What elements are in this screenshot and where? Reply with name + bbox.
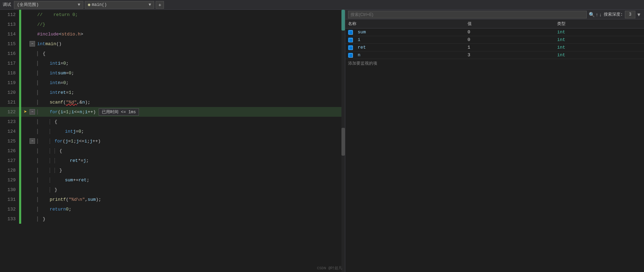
green-indicator <box>19 29 21 39</box>
scope-dropdown-icon[interactable]: ▼ <box>78 2 80 7</box>
timing-tooltip: 已用时间 <= 1ms <box>99 108 139 116</box>
fold-125[interactable]: − <box>30 138 35 144</box>
watch-table-header: 名称 值 类型 <box>345 19 644 28</box>
code-line-113: 113 //} <box>0 19 345 29</box>
var-icon <box>348 53 353 58</box>
code-line-127: 127 ret *= j; <box>0 156 345 165</box>
search-icons: 🔍 ↑ ↓ <box>589 12 602 17</box>
green-indicator <box>19 10 21 19</box>
green-indicator <box>19 68 21 78</box>
code-line-125: 125 − for (j = 1; j <= i; j++) <box>0 136 345 146</box>
func-label: main() <box>92 2 149 7</box>
code-line-130: 130 } <box>0 185 345 195</box>
green-indicator <box>19 117 21 126</box>
green-indicator <box>19 156 21 165</box>
expand-button[interactable]: + <box>156 1 164 9</box>
code-line-126: 126 { <box>0 146 345 156</box>
code-line-116: 116 { <box>0 49 345 58</box>
green-indicator <box>19 19 21 29</box>
green-indicator <box>19 165 21 175</box>
scope-label: (全局范围) <box>17 2 78 8</box>
var-icon <box>348 45 353 50</box>
add-watch-item[interactable]: 添加要监视的项 <box>345 59 644 68</box>
code-editor: 112 // return 0; 113 //} 114 #incl <box>0 10 345 272</box>
green-indicator <box>19 97 21 107</box>
search-icon-btn[interactable]: 🔍 <box>589 12 595 17</box>
code-line-131: 131 printf("%d\n", sum); <box>0 195 345 204</box>
green-indicator <box>19 78 21 88</box>
code-line-124: 124 int j = 0; <box>0 126 345 136</box>
code-line-117: 117 int i = 0; <box>0 58 345 68</box>
code-line-133: 133 } <box>0 214 345 224</box>
code-line-118: 118 int sum = 0; <box>0 68 345 78</box>
debug-label: 调试 <box>1 2 13 8</box>
top-toolbar: 调试 (全局范围) ▼ ◉ main() ▼ + <box>0 0 644 10</box>
code-line-121: 121 scanf("%d", &n); <box>0 97 345 107</box>
depth-label: 搜索深度: <box>604 11 623 17</box>
col-type: 类型 <box>554 19 644 28</box>
code-line-132: 132 return 0; <box>0 204 345 214</box>
green-indicator <box>19 175 21 185</box>
fold-122[interactable]: − <box>30 109 35 115</box>
code-line-129: 129 sum += ret; <box>0 175 345 185</box>
green-indicator <box>19 136 21 146</box>
depth-control: 3 ▼ <box>625 11 641 18</box>
watch-row: i 0 int <box>345 36 644 44</box>
green-indicator <box>19 49 21 58</box>
green-indicator <box>19 146 21 156</box>
func-selector[interactable]: ◉ main() ▼ <box>85 1 154 9</box>
watermark: CSDN @叶超凡 <box>317 265 342 271</box>
depth-dropdown-icon[interactable]: ▼ <box>636 12 641 17</box>
green-indicator <box>19 185 21 195</box>
watch-row: ret 1 int <box>345 44 644 51</box>
green-indicator <box>19 204 21 214</box>
func-icon: ◉ <box>88 2 90 7</box>
watch-table: 名称 值 类型 sum 0 int i 0 int ret <box>345 19 644 59</box>
code-line-112: 112 // return 0; <box>0 10 345 19</box>
search-up-btn[interactable]: ↑ <box>596 12 598 17</box>
var-icon <box>348 30 353 35</box>
code-line-115: 115 − int main() <box>0 39 345 49</box>
green-indicator <box>19 39 21 49</box>
func-dropdown-icon[interactable]: ▼ <box>149 2 151 7</box>
green-indicator <box>19 126 21 136</box>
watch-panel: 🔍 ↑ ↓ 搜索深度: 3 ▼ 名称 值 类型 <box>345 10 644 272</box>
code-line-123: 123 { <box>0 117 345 126</box>
fold-115[interactable]: − <box>30 41 35 47</box>
scrollbar-thumb[interactable] <box>341 10 345 31</box>
col-name: 名称 <box>345 19 465 28</box>
var-icon <box>348 38 353 42</box>
green-indicator <box>19 88 21 97</box>
green-indicator <box>19 195 21 204</box>
search-input[interactable] <box>348 11 587 18</box>
code-line-122: 122 ➤ − for (i = 1; i <= n; i++) 已用时间 <=… <box>0 107 345 117</box>
scope-selector[interactable]: (全局范围) ▼ <box>14 1 83 9</box>
green-indicator <box>19 58 21 68</box>
green-indicator <box>19 214 21 224</box>
watch-row: sum 0 int <box>345 28 644 36</box>
col-value: 值 <box>465 19 554 28</box>
code-line-128: 128 } <box>0 165 345 175</box>
code-line-119: 119 int n = 0; <box>0 78 345 88</box>
scrollbar-thumb-2[interactable] <box>341 128 345 156</box>
code-line-120: 120 int ret = 1; <box>0 88 345 97</box>
depth-value: 3 <box>625 11 635 18</box>
scrollbar-track[interactable] <box>341 10 345 272</box>
search-down-btn[interactable]: ↓ <box>599 12 602 17</box>
search-toolbar: 🔍 ↑ ↓ 搜索深度: 3 ▼ <box>345 10 644 19</box>
watch-row: n 3 int <box>345 51 644 59</box>
code-line-114: 114 #include<stdio.h> <box>0 29 345 39</box>
